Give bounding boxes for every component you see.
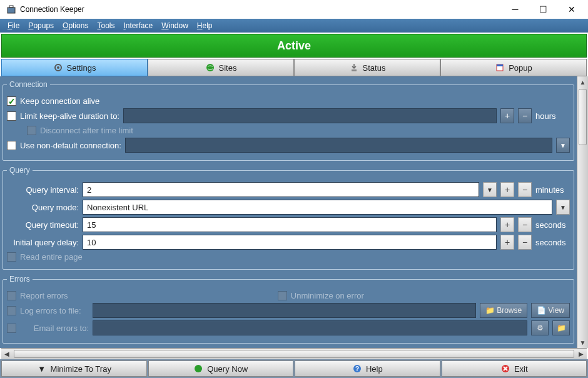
duration-minus-button[interactable]: − [518,108,532,123]
view-button[interactable]: 📄View [531,303,570,318]
mode-dropdown-button[interactable]: ▼ [556,200,570,215]
svg-point-4 [206,64,214,71]
log-file-input[interactable] [93,303,476,318]
window-title: Connection Keeper [20,5,84,14]
tab-settings[interactable]: Settings [1,59,148,76]
email-config-button[interactable]: ⚙ [531,320,549,335]
menu-interface[interactable]: Interface [119,20,156,31]
delay-input[interactable] [83,235,497,250]
limit-duration-label: Limit keep-alive duration to: [20,111,119,121]
email-label: Email errors to: [20,324,89,333]
maximize-window-button[interactable]: ☐ [529,0,557,19]
non-default-checkbox[interactable] [7,141,16,150]
minimize-window-button[interactable]: ─ [501,0,529,19]
scroll-left-button[interactable]: ◀ [1,349,13,359]
button-bar: ▼ Minimize To Tray Query Now ? Help Exit [0,359,588,378]
non-default-dropdown-button[interactable]: ▼ [556,138,570,153]
interval-minus-button[interactable]: − [518,182,532,197]
seconds-unit-2: seconds [535,238,570,247]
interval-dropdown-button[interactable]: ▼ [483,182,497,197]
horizontal-scrollbar[interactable]: ◀ ▶ [1,348,587,359]
duration-plus-button[interactable]: + [500,108,514,123]
app-icon [6,4,16,14]
menu-help[interactable]: Help [193,20,216,31]
status-banner: Active [1,34,587,58]
email-checkbox[interactable] [7,324,16,333]
close-window-button[interactable]: ✕ [557,0,585,19]
seconds-unit-1: seconds [535,220,570,230]
minimize-icon: ▼ [37,364,47,374]
scroll-up-button[interactable]: ▲ [577,76,588,88]
tab-label: Status [363,63,386,73]
exit-icon [500,364,510,374]
disconnect-after-label: Disconnect after time limit [40,126,133,135]
query-legend: Query [7,166,33,175]
menu-popups[interactable]: Popups [24,20,58,31]
timeout-plus-button[interactable]: + [500,217,514,232]
log-file-checkbox[interactable] [7,306,16,315]
connection-legend: Connection [7,80,50,89]
help-button[interactable]: ? Help [295,360,440,377]
tab-label: Popup [509,63,532,73]
popup-icon [495,63,505,73]
delay-minus-button[interactable]: − [518,235,532,250]
help-icon: ? [352,364,362,374]
disconnect-after-checkbox[interactable] [27,126,36,135]
tab-status[interactable]: Status [294,59,440,76]
menu-options[interactable]: Options [59,20,92,31]
tab-label: Settings [67,63,96,73]
svg-rect-7 [497,64,503,66]
non-default-input[interactable] [125,138,552,153]
hours-unit: hours [535,111,570,121]
tab-label: Sites [219,63,237,73]
minimize-tray-button[interactable]: ▼ Minimize To Tray [1,360,147,377]
interval-plus-button[interactable]: + [500,182,514,197]
timeout-minus-button[interactable]: − [518,217,532,232]
scroll-thumb[interactable] [579,89,587,145]
email-input[interactable] [93,320,527,335]
window-controls: ─ ☐ ✕ [501,0,585,19]
menu-file[interactable]: File [4,20,23,31]
svg-rect-0 [8,8,15,13]
browse-button[interactable]: 📁Browse [480,303,527,318]
settings-panel: Connection Keep connection alive Limit k… [0,76,577,348]
tab-popup[interactable]: Popup [440,59,587,76]
menu-tools[interactable]: Tools [93,20,118,31]
query-now-button[interactable]: Query Now [148,360,294,377]
report-errors-checkbox[interactable] [7,291,16,300]
scroll-down-button[interactable]: ▼ [577,337,588,348]
tab-sites[interactable]: Sites [148,59,294,76]
mode-label: Query mode: [7,203,79,212]
folder-icon: 📁 [485,306,494,315]
interval-input[interactable] [83,182,479,197]
tabs: Settings Sites Status Popup [1,59,587,76]
email-folder-button[interactable]: 📁 [552,320,570,335]
scroll-h-thumb[interactable] [14,350,574,358]
report-errors-label: Report errors [20,291,68,300]
vertical-scrollbar[interactable]: ▲ ▼ [577,76,588,348]
interval-label: Query interval: [7,185,79,195]
timeout-input[interactable] [83,217,497,232]
folder-small-icon: 📁 [557,324,566,332]
errors-group: Errors Report errors Unminimize on error… [3,275,574,344]
duration-input[interactable] [123,108,497,123]
scroll-right-button[interactable]: ▶ [575,349,587,359]
document-icon: 📄 [537,306,545,315]
read-entire-checkbox[interactable] [7,252,16,262]
limit-duration-checkbox[interactable] [7,111,16,121]
menu-window[interactable]: Window [158,20,192,31]
globe-icon [205,63,215,73]
non-default-label: Use non-default connection: [20,141,121,150]
menubar: File Popups Options Tools Interface Wind… [0,19,588,33]
titlebar: Connection Keeper ─ ☐ ✕ [0,0,588,19]
svg-point-3 [57,66,59,69]
errors-legend: Errors [7,275,33,284]
svg-rect-5 [352,69,357,71]
keep-alive-checkbox[interactable] [7,96,16,106]
timeout-label: Query timeout: [7,220,79,230]
mode-input[interactable] [83,200,552,215]
svg-text:?: ? [355,365,359,372]
delay-plus-button[interactable]: + [500,235,514,250]
exit-button[interactable]: Exit [442,360,587,377]
unminimize-checkbox[interactable] [278,291,287,300]
